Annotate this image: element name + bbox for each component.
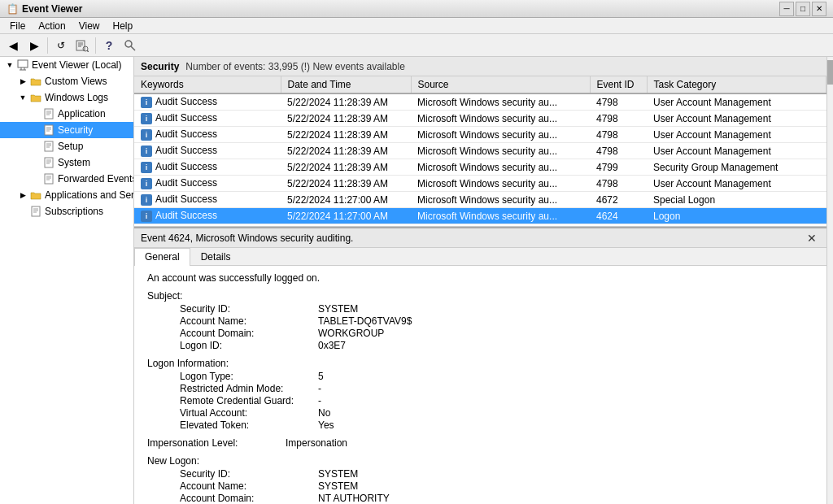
sidebar: ▼ Event Viewer (Local) ▶ Custom Views ▼ … xyxy=(0,57,134,504)
cell-keywords: iAudit Success xyxy=(134,93,281,111)
log-icon-application xyxy=(42,107,55,120)
col-datetime[interactable]: Date and Time xyxy=(281,76,411,93)
detail-row: Account Domain: WORKGROUP xyxy=(147,328,813,339)
sidebar-label-system: System xyxy=(58,157,90,168)
minimize-button[interactable]: ─ xyxy=(779,2,794,16)
cell-datetime: 5/22/2024 11:27:00 AM xyxy=(281,208,411,224)
detail-row: Logon Type: 5 xyxy=(147,371,813,382)
properties-icon xyxy=(76,39,89,52)
detail-field-value: NT AUTHORITY xyxy=(318,493,390,504)
toolbar-separator-2 xyxy=(95,37,96,54)
folder-icon-custom-views xyxy=(29,75,42,88)
toolbar-back-button[interactable]: ◀ xyxy=(3,36,23,55)
title-bar-text: Event Viewer xyxy=(22,3,82,15)
toolbar-refresh-button[interactable]: ↺ xyxy=(51,36,71,55)
content-title: Security xyxy=(141,61,179,72)
detail-field-value: No xyxy=(318,407,330,419)
detail-field-name: Account Domain: xyxy=(180,493,318,504)
search-icon xyxy=(124,39,137,52)
title-bar-icon: 📋 xyxy=(7,3,19,15)
sidebar-item-event-viewer-local[interactable]: ▼ Event Viewer (Local) xyxy=(0,57,133,73)
cell-eventid: 4672 xyxy=(590,192,647,208)
col-source[interactable]: Source xyxy=(411,76,590,93)
tab-details[interactable]: Details xyxy=(190,248,242,265)
toolbar-help-button[interactable]: ? xyxy=(99,36,119,55)
cell-datetime: 5/22/2024 11:28:39 AM xyxy=(281,93,411,111)
expander-event-viewer: ▼ xyxy=(3,59,16,72)
sidebar-label-application: Application xyxy=(58,108,106,119)
title-bar: 📋 Event Viewer ─ □ ✕ xyxy=(0,0,833,18)
sidebar-item-windows-logs[interactable]: ▼ Windows Logs xyxy=(0,89,133,106)
detail-tabs: General Details xyxy=(134,248,826,266)
sidebar-item-applications-services[interactable]: ▶ Applications and Services Loc xyxy=(0,187,133,203)
table-row[interactable]: iAudit Success 5/22/2024 11:28:39 AM Mic… xyxy=(134,111,826,127)
cell-source: Microsoft Windows security au... xyxy=(411,208,590,224)
sidebar-item-subscriptions[interactable]: Subscriptions xyxy=(0,203,133,219)
table-row[interactable]: iAudit Success 5/22/2024 11:28:39 AM Mic… xyxy=(134,143,826,159)
menu-bar: File Action View Help xyxy=(0,18,833,34)
table-row[interactable]: iAudit Success 5/22/2024 11:28:39 AM Mic… xyxy=(134,176,826,192)
cell-taskcategory: User Account Management xyxy=(647,176,826,192)
sidebar-item-custom-views[interactable]: ▶ Custom Views xyxy=(0,73,133,89)
expander-windows-logs: ▼ xyxy=(16,91,29,104)
detail-field-value: SYSTEM xyxy=(318,468,358,480)
sidebar-item-security[interactable]: Security xyxy=(0,122,133,138)
detail-close-button[interactable]: ✕ xyxy=(804,232,820,244)
col-eventid[interactable]: Event ID xyxy=(590,76,647,93)
svg-line-5 xyxy=(87,50,89,52)
detail-field-value: 0x3E7 xyxy=(318,340,346,351)
svg-rect-8 xyxy=(18,60,28,67)
toolbar-forward-button[interactable]: ▶ xyxy=(24,36,44,55)
col-taskcategory[interactable]: Task Category xyxy=(647,76,826,93)
table-row[interactable]: iAudit Success 5/22/2024 11:28:39 AM Mic… xyxy=(134,159,826,176)
detail-field-name: Virtual Account: xyxy=(180,407,318,419)
detail-title: Event 4624, Microsoft Windows security a… xyxy=(141,232,353,244)
events-table-container: Keywords Date and Time Source Event ID T… xyxy=(134,76,826,227)
col-keywords[interactable]: Keywords xyxy=(134,76,281,93)
close-button[interactable]: ✕ xyxy=(812,2,826,16)
detail-section-title: Logon Information: xyxy=(147,358,813,369)
maximize-button[interactable]: □ xyxy=(796,2,810,16)
table-row[interactable]: iAudit Success 5/22/2024 11:28:39 AM Mic… xyxy=(134,93,826,111)
sidebar-item-forwarded-events[interactable]: Forwarded Events xyxy=(0,171,133,187)
cell-keywords: iAudit Success xyxy=(134,127,281,143)
sidebar-item-system[interactable]: System xyxy=(0,154,133,171)
detail-row: Restricted Admin Mode: - xyxy=(147,383,813,394)
table-row[interactable]: iAudit Success 5/22/2024 11:28:39 AM Mic… xyxy=(134,127,826,143)
toolbar: ◀ ▶ ↺ ? xyxy=(0,34,833,57)
menu-file[interactable]: File xyxy=(3,19,32,33)
right-scrollbar[interactable] xyxy=(826,57,833,504)
detail-field-name: Account Domain: xyxy=(180,328,318,339)
cell-eventid: 4798 xyxy=(590,127,647,143)
table-header-row: Keywords Date and Time Source Event ID T… xyxy=(134,76,826,93)
svg-rect-28 xyxy=(45,174,53,184)
cell-taskcategory: User Account Management xyxy=(647,127,826,143)
tab-general[interactable]: General xyxy=(134,248,190,266)
menu-action[interactable]: Action xyxy=(32,19,72,33)
sidebar-label-setup: Setup xyxy=(58,141,83,152)
expander-custom-views: ▶ xyxy=(16,75,29,88)
cell-source: Microsoft Windows security au... xyxy=(411,159,590,176)
detail-row: Account Domain: NT AUTHORITY xyxy=(147,493,813,504)
sidebar-item-application[interactable]: Application xyxy=(0,106,133,122)
toolbar-properties-button[interactable] xyxy=(72,36,92,55)
log-icon-setup xyxy=(42,140,55,153)
svg-rect-32 xyxy=(32,206,40,216)
log-icon-subscriptions xyxy=(29,205,42,218)
sidebar-label-forwarded-events: Forwarded Events xyxy=(58,173,133,185)
sidebar-item-setup[interactable]: Setup xyxy=(0,138,133,154)
menu-view[interactable]: View xyxy=(72,19,107,33)
detail-content: An account was successfully logged on. S… xyxy=(134,266,826,504)
toolbar-separator-1 xyxy=(47,37,48,54)
detail-row: Elevated Token: Yes xyxy=(147,419,813,431)
cell-eventid: 4624 xyxy=(590,208,647,224)
cell-eventid: 4798 xyxy=(590,93,647,111)
table-row[interactable]: iAudit Success 5/22/2024 11:27:00 AM Mic… xyxy=(134,192,826,208)
toolbar-search-button[interactable] xyxy=(120,36,140,55)
svg-rect-24 xyxy=(45,158,53,167)
menu-help[interactable]: Help xyxy=(107,19,140,33)
detail-field-name: Security ID: xyxy=(180,468,318,480)
table-row[interactable]: iAudit Success 5/22/2024 11:27:00 AM Mic… xyxy=(134,208,826,224)
detail-field-name: Impersonation Level: xyxy=(147,437,286,449)
sidebar-label-applications-services: Applications and Services Loc xyxy=(45,189,133,201)
